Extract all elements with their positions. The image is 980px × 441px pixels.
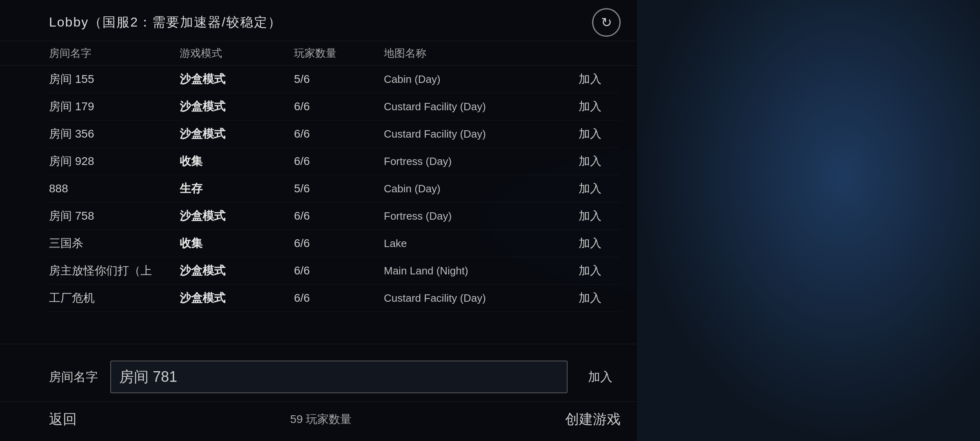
room-name-cell: 三国杀: [49, 236, 180, 251]
room-name-cell: 房间 928: [49, 154, 180, 169]
col-header-game-mode: 游戏模式: [180, 46, 294, 60]
room-map-cell: Cabin (Day): [384, 183, 559, 195]
room-players-cell: 5/6: [294, 73, 384, 86]
room-name-cell: 房主放怪你们打（上: [49, 263, 180, 278]
join-row-button[interactable]: 加入: [559, 181, 621, 196]
room-map-cell: Fortress (Day): [384, 210, 559, 223]
input-section: 房间名字 加入: [0, 352, 637, 401]
join-row-button[interactable]: 加入: [559, 263, 621, 278]
col-header-players: 玩家数量: [294, 46, 384, 60]
room-mode-cell: 沙盒模式: [180, 99, 294, 114]
player-count: 59 玩家数量: [290, 412, 352, 427]
column-headers: 房间名字 游戏模式 玩家数量 地图名称: [0, 41, 637, 66]
room-map-cell: Cabin (Day): [384, 73, 559, 86]
table-row: 房间 155 沙盒模式 5/6 Cabin (Day) 加入: [49, 66, 621, 93]
room-mode-cell: 生存: [180, 181, 294, 196]
join-row-button[interactable]: 加入: [559, 126, 621, 142]
refresh-button[interactable]: ↻: [592, 8, 621, 37]
room-players-cell: 6/6: [294, 292, 384, 305]
room-mode-cell: 收集: [180, 236, 294, 251]
divider: [0, 344, 637, 344]
room-players-cell: 6/6: [294, 155, 384, 168]
join-row-button[interactable]: 加入: [559, 290, 621, 306]
room-players-cell: 6/6: [294, 209, 384, 223]
col-header-action: [559, 46, 621, 60]
join-row-button[interactable]: 加入: [559, 208, 621, 224]
join-row-button[interactable]: 加入: [559, 71, 621, 87]
table-row: 房间 758 沙盒模式 6/6 Fortress (Day) 加入: [49, 203, 621, 230]
room-map-cell: Custard Facility (Day): [384, 128, 559, 140]
main-container: Lobby（国服2：需要加速器/较稳定） ↻ 房间名字 游戏模式 玩家数量 地图…: [0, 0, 637, 441]
table-row: 888 生存 5/6 Cabin (Day) 加入: [49, 175, 621, 203]
join-row-button[interactable]: 加入: [559, 154, 621, 169]
footer: 返回 59 玩家数量 创建游戏: [0, 401, 637, 441]
room-name-cell: 房间 179: [49, 99, 180, 114]
room-name-cell: 房间 356: [49, 126, 180, 142]
join-row-button[interactable]: 加入: [559, 236, 621, 251]
table-row: 房主放怪你们打（上 沙盒模式 6/6 Main Land (Night) 加入: [49, 257, 621, 285]
room-map-cell: Lake: [384, 237, 559, 250]
input-room-label: 房间名字: [49, 369, 98, 385]
back-button[interactable]: 返回: [49, 410, 77, 429]
room-map-cell: Custard Facility (Day): [384, 292, 559, 305]
room-map-cell: Main Land (Night): [384, 265, 559, 277]
table-row: 房间 356 沙盒模式 6/6 Custard Facility (Day) 加…: [49, 120, 621, 148]
header: Lobby（国服2：需要加速器/较稳定） ↻: [0, 0, 637, 41]
room-mode-cell: 沙盒模式: [180, 208, 294, 224]
room-name-cell: 房间 155: [49, 71, 180, 87]
room-mode-cell: 沙盒模式: [180, 290, 294, 306]
room-mode-cell: 收集: [180, 154, 294, 169]
room-mode-cell: 沙盒模式: [180, 263, 294, 278]
room-players-cell: 6/6: [294, 100, 384, 113]
join-input-button[interactable]: 加入: [580, 369, 621, 385]
room-mode-cell: 沙盒模式: [180, 126, 294, 142]
table-row: 三国杀 收集 6/6 Lake 加入: [49, 230, 621, 257]
room-map-cell: Custard Facility (Day): [384, 100, 559, 113]
room-name-cell: 888: [49, 182, 180, 195]
table-row: 房间 928 收集 6/6 Fortress (Day) 加入: [49, 148, 621, 175]
table-row: 房间 179 沙盒模式 6/6 Custard Facility (Day) 加…: [49, 93, 621, 120]
room-players-cell: 5/6: [294, 182, 384, 195]
room-mode-cell: 沙盒模式: [180, 71, 294, 87]
lobby-title: Lobby（国服2：需要加速器/较稳定）: [49, 13, 282, 31]
room-players-cell: 6/6: [294, 264, 384, 277]
col-header-room-name: 房间名字: [49, 46, 180, 60]
room-map-cell: Fortress (Day): [384, 155, 559, 168]
col-header-map-name: 地图名称: [384, 46, 559, 60]
room-players-cell: 6/6: [294, 127, 384, 140]
join-row-button[interactable]: 加入: [559, 99, 621, 114]
table-row: 工厂危机 沙盒模式 6/6 Custard Facility (Day) 加入: [49, 285, 621, 312]
room-name-cell: 房间 758: [49, 208, 180, 224]
rooms-list: 房间 155 沙盒模式 5/6 Cabin (Day) 加入 房间 179 沙盒…: [0, 66, 637, 336]
create-game-button[interactable]: 创建游戏: [565, 410, 621, 429]
room-players-cell: 6/6: [294, 237, 384, 250]
right-panel-bg: [637, 0, 980, 441]
room-name-cell: 工厂危机: [49, 290, 180, 306]
room-name-input[interactable]: [110, 361, 568, 393]
